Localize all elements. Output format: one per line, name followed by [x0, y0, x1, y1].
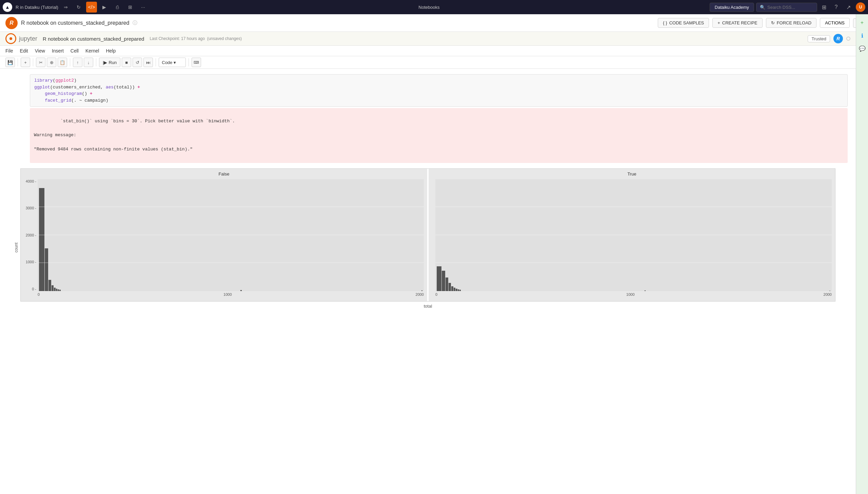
- table-nav-btn[interactable]: ⊞: [125, 2, 136, 13]
- grid-50: [38, 235, 424, 235]
- bar-false-6: [56, 289, 57, 291]
- bar-true-6: [454, 288, 455, 291]
- copy-cell-button[interactable]: ⊕: [47, 58, 56, 67]
- jupyter-trusted-area: Trusted R: [808, 34, 850, 43]
- notebook-logo: R: [5, 17, 18, 29]
- bar-true-5: [451, 286, 453, 291]
- share-nav-btn[interactable]: ⇒: [60, 2, 71, 13]
- cell-type-chevron: ▾: [173, 60, 176, 65]
- x-label-2000-true: 2000: [824, 292, 832, 297]
- y-axis-false: 0 - 1000 - 2000 - 3000 - 4000 -: [21, 179, 38, 291]
- notebook-header-title: R notebook on customers_stacked_prepared: [21, 20, 129, 26]
- run-button[interactable]: |▶ Run: [99, 58, 121, 67]
- paste-cell-button[interactable]: 📋: [58, 58, 67, 67]
- move-down-button[interactable]: ↓: [84, 58, 93, 67]
- jupyter-notebook-name[interactable]: R notebook on customers_stacked_prepared: [43, 36, 144, 42]
- user-avatar[interactable]: U: [856, 2, 865, 12]
- x-label-1000-true: 1000: [626, 292, 634, 297]
- notebook-info-icon[interactable]: ⓘ: [133, 20, 137, 26]
- cell-content-1[interactable]: library(ggplot2) ggplot(customers_enrich…: [27, 73, 850, 164]
- search-icon: 🔍: [760, 5, 765, 10]
- restart-button[interactable]: ↺: [133, 58, 142, 67]
- top-navigation: ▲ R in Dataiku (Tutorial) ⇒ ↻ </> ▶ ⎙ ⊞ …: [0, 0, 868, 14]
- code-nav-btn[interactable]: </>: [86, 2, 97, 13]
- y-label-4000: 4000 -: [21, 179, 36, 183]
- code-cell-1: library(ggplot2) ggplot(customers_enrich…: [0, 73, 856, 164]
- force-reload-icon: ↻: [771, 20, 775, 25]
- bar-false-1: [39, 188, 44, 291]
- x-axis-false: 0 1000 2000: [38, 291, 424, 301]
- project-title: R in Dataiku (Tutorial): [16, 5, 58, 10]
- menu-help[interactable]: Help: [106, 47, 116, 55]
- create-recipe-button[interactable]: + CREATE RECIPE: [713, 18, 762, 28]
- menu-edit[interactable]: Edit: [20, 47, 28, 55]
- menu-cell[interactable]: Cell: [71, 47, 79, 55]
- academy-button[interactable]: Dataiku Academy: [710, 3, 754, 12]
- cell-type-selector[interactable]: Code ▾: [159, 58, 186, 67]
- jupyter-wordmark: jupyter: [19, 35, 37, 42]
- jupyter-logo-circle: [5, 33, 16, 44]
- right-sidebar: + ℹ 💬: [856, 14, 868, 494]
- toolbar-separator-5: [155, 58, 156, 66]
- add-cell-button[interactable]: +: [21, 58, 30, 67]
- chart-false-header: False: [21, 171, 427, 176]
- chart-panel-true: True: [429, 169, 835, 301]
- code-line-2: ggplot(customers_enriched, aes(total)) +: [34, 84, 843, 91]
- sidebar-add-icon[interactable]: +: [857, 18, 867, 28]
- y-label-0: 0 -: [21, 287, 36, 291]
- nav-right-icons: ⊞ ? ↗ U: [819, 2, 865, 12]
- more-nav-btn[interactable]: ···: [138, 2, 148, 13]
- chart-panel-false: False 0 - 1000 - 2000 - 3000 - 4000 - co…: [21, 169, 427, 301]
- create-recipe-icon: +: [718, 20, 720, 25]
- help-icon[interactable]: ?: [831, 2, 841, 12]
- x-axis-title: total: [20, 304, 835, 309]
- actions-button[interactable]: ACTIONS: [820, 18, 850, 28]
- keyboard-shortcuts-button[interactable]: ⌨: [191, 58, 201, 67]
- force-reload-button[interactable]: ↻ FORCE RELOAD: [766, 18, 817, 28]
- grid-75-right: [435, 207, 832, 207]
- refresh-nav-btn[interactable]: ↻: [73, 2, 84, 13]
- trending-icon[interactable]: ↗: [844, 2, 853, 12]
- grid-50-right: [435, 235, 832, 235]
- notebook-cells: library(ggplot2) ggplot(customers_enrich…: [0, 69, 856, 319]
- code-samples-icon: { }: [663, 20, 667, 25]
- code-line-1: library(ggplot2): [34, 77, 843, 84]
- menu-file[interactable]: File: [5, 47, 13, 55]
- kernel-status-indicator: [846, 37, 850, 41]
- code-editor-1[interactable]: library(ggplot2) ggplot(customers_enrich…: [30, 74, 848, 107]
- jupyter-menu-bar: File Edit View Insert Cell Kernel Help: [0, 46, 856, 56]
- bar-false-3: [49, 280, 51, 291]
- restart-run-button[interactable]: ⏭: [144, 58, 153, 67]
- run-label: Run: [109, 60, 117, 65]
- notebooks-link[interactable]: Notebooks: [415, 3, 443, 11]
- apps-icon[interactable]: ⊞: [819, 2, 829, 12]
- app-logo: ▲: [3, 2, 12, 12]
- sidebar-info-icon[interactable]: ℹ: [857, 31, 867, 41]
- play-nav-btn[interactable]: ▶: [99, 2, 110, 13]
- search-placeholder: Search DSS...: [767, 5, 795, 10]
- print-nav-btn[interactable]: ⎙: [112, 2, 123, 13]
- grid-25: [38, 263, 424, 263]
- bar-false-2: [45, 248, 48, 291]
- notebook-toolbar: R R notebook on customers_stacked_prepar…: [0, 14, 868, 32]
- y-label-1000: 1000 -: [21, 260, 36, 264]
- jupyter-logo: jupyter: [5, 33, 37, 44]
- stop-button[interactable]: ■: [122, 58, 131, 67]
- x-axis-true: 0 1000 2000: [435, 291, 832, 301]
- menu-view[interactable]: View: [35, 47, 45, 55]
- bar-true-4: [448, 283, 451, 291]
- search-box[interactable]: 🔍 Search DSS...: [756, 3, 817, 12]
- toolbar-separator-4: [96, 58, 96, 66]
- output-warning: `stat_bin()` using `bins = 30`. Pick bet…: [30, 108, 848, 163]
- code-samples-button[interactable]: { } CODE SAMPLES: [658, 18, 709, 28]
- menu-kernel[interactable]: Kernel: [86, 47, 99, 55]
- cut-cell-button[interactable]: ✂: [36, 58, 45, 67]
- x-label-0-true: 0: [435, 292, 437, 297]
- save-cell-button[interactable]: 💾: [5, 58, 15, 67]
- x-label-0-false: 0: [38, 292, 40, 297]
- menu-insert[interactable]: Insert: [52, 47, 64, 55]
- move-up-button[interactable]: ↑: [73, 58, 82, 67]
- jupyter-top-bar: jupyter R notebook on customers_stacked_…: [0, 32, 856, 46]
- chart-true-area: 0 1000 2000: [429, 179, 835, 301]
- sidebar-chat-icon[interactable]: 💬: [857, 43, 867, 54]
